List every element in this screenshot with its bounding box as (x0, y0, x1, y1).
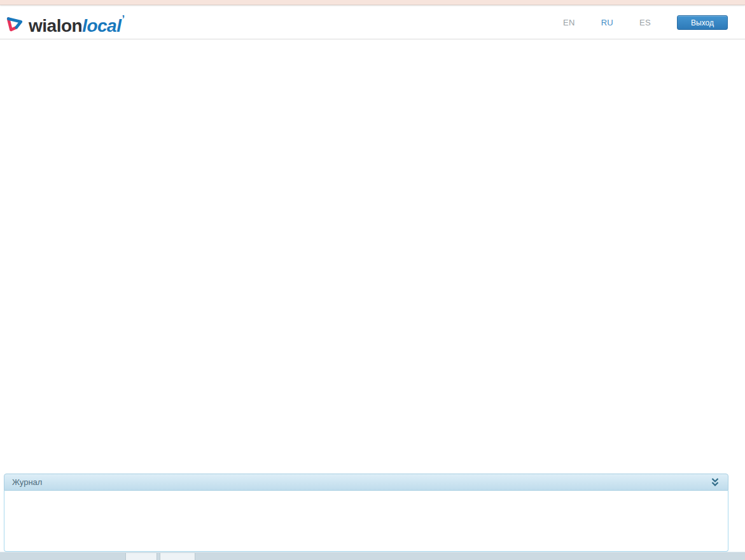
logout-button[interactable]: Выход (677, 15, 728, 30)
journal-collapse-button[interactable] (710, 477, 720, 488)
logo-text-wialon: wialon (29, 16, 82, 36)
main-workspace (0, 39, 745, 474)
journal-log-area (4, 491, 728, 552)
lang-en[interactable]: EN (563, 18, 575, 27)
wialon-local-logo[interactable]: wialonlocal’ (5, 12, 125, 34)
top-accent-bar (0, 0, 745, 5)
logo-text-local: local (82, 16, 121, 36)
app-header: wialonlocal’ EN RU ES Выход (0, 6, 745, 39)
logo-apostrophe-mark: ’ (122, 13, 124, 25)
journal-panel: Журнал (4, 474, 728, 552)
wialon-logo-icon (5, 13, 24, 33)
journal-title: Журнал (12, 477, 710, 487)
bottom-status-bar (0, 552, 745, 560)
bottom-bar-button-2[interactable] (160, 553, 195, 560)
lang-ru[interactable]: RU (601, 18, 613, 27)
double-chevron-down-icon (711, 477, 720, 488)
header-right-cluster: EN RU ES Выход (563, 6, 728, 39)
bottom-bar-button-1[interactable] (125, 553, 157, 560)
lang-es[interactable]: ES (639, 18, 651, 27)
journal-panel-header[interactable]: Журнал (4, 474, 728, 491)
logo-text: wialonlocal’ (29, 10, 125, 36)
